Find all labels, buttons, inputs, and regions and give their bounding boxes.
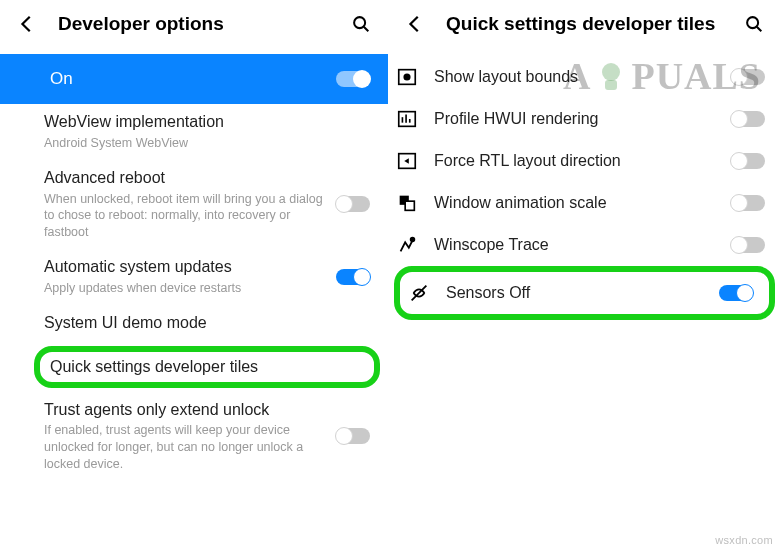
svg-line-1 (364, 27, 369, 32)
tile-toggle[interactable] (731, 153, 765, 169)
tile-toggle[interactable] (731, 195, 765, 211)
rtl-icon (396, 150, 418, 172)
page-title: Developer options (58, 13, 350, 35)
sensors-off-icon (408, 282, 430, 304)
row-sub: If enabled, trust agents will keep your … (44, 422, 328, 473)
back-icon[interactable] (16, 13, 38, 35)
master-toggle[interactable] (336, 71, 370, 87)
svg-point-0 (354, 17, 365, 28)
layout-bounds-icon (396, 66, 418, 88)
tile-winscope[interactable]: Winscope Trace (388, 224, 781, 266)
row-sub: Apply updates when device restarts (44, 280, 328, 297)
winscope-icon (396, 234, 418, 256)
header: Developer options (0, 0, 388, 48)
tile-label: Sensors Off (446, 284, 703, 302)
header: Quick settings developer tiles (388, 0, 781, 48)
tile-label: Winscope Trace (434, 236, 715, 254)
footer-watermark: wsxdn.com (715, 534, 773, 546)
developer-options-panel: Developer options On WebView implementat… (0, 0, 388, 550)
tile-label: Show layout bounds (434, 68, 715, 86)
tile-toggle[interactable] (731, 111, 765, 127)
animation-scale-icon (396, 192, 418, 214)
tile-layout-bounds[interactable]: Show layout bounds (388, 56, 781, 98)
system-ui-demo-row[interactable]: System UI demo mode (0, 305, 388, 342)
webview-row[interactable]: WebView implementation Android System We… (0, 104, 388, 160)
tile-sensors-off[interactable]: Sensors Off (402, 278, 759, 308)
row-title: Automatic system updates (44, 257, 328, 278)
tile-force-rtl[interactable]: Force RTL layout direction (388, 140, 781, 182)
tile-sensors-off-highlight: Sensors Off (394, 266, 775, 320)
tile-label: Profile HWUI rendering (434, 110, 715, 128)
quick-settings-tiles-row[interactable]: Quick settings developer tiles (34, 346, 380, 388)
tiles-list: Show layout bounds Profile HWUI renderin… (388, 48, 781, 320)
tile-animation-scale[interactable]: Window animation scale (388, 182, 781, 224)
row-title: System UI demo mode (44, 313, 362, 334)
auto-updates-toggle[interactable] (336, 269, 370, 285)
row-sub: Android System WebView (44, 135, 362, 152)
svg-point-2 (747, 17, 758, 28)
search-icon[interactable] (743, 13, 765, 35)
tile-toggle[interactable] (731, 237, 765, 253)
page-title: Quick settings developer tiles (446, 13, 743, 35)
row-title: Advanced reboot (44, 168, 328, 189)
svg-point-5 (404, 74, 410, 80)
master-toggle-label: On (50, 68, 328, 90)
auto-updates-row[interactable]: Automatic system updates Apply updates w… (0, 249, 388, 305)
profile-hwui-icon (396, 108, 418, 130)
svg-point-13 (411, 238, 415, 242)
advanced-reboot-row[interactable]: Advanced reboot When unlocked, reboot it… (0, 160, 388, 249)
svg-rect-12 (405, 201, 414, 210)
master-toggle-row[interactable]: On (0, 54, 388, 104)
sensors-off-toggle[interactable] (719, 285, 753, 301)
row-title: WebView implementation (44, 112, 362, 133)
tile-profile-hwui[interactable]: Profile HWUI rendering (388, 98, 781, 140)
trust-agents-toggle[interactable] (336, 428, 370, 444)
row-title: Quick settings developer tiles (50, 358, 366, 376)
tile-label: Force RTL layout direction (434, 152, 715, 170)
back-icon[interactable] (404, 13, 426, 35)
advanced-reboot-toggle[interactable] (336, 196, 370, 212)
trust-agents-row[interactable]: Trust agents only extend unlock If enabl… (0, 392, 388, 481)
svg-line-3 (757, 27, 762, 32)
row-title: Trust agents only extend unlock (44, 400, 328, 421)
tile-label: Window animation scale (434, 194, 715, 212)
tile-toggle[interactable] (731, 69, 765, 85)
search-icon[interactable] (350, 13, 372, 35)
svg-rect-6 (399, 112, 416, 127)
row-sub: When unlocked, reboot item will bring yo… (44, 191, 328, 242)
quick-settings-tiles-panel: Quick settings developer tiles Show layo… (388, 0, 781, 550)
